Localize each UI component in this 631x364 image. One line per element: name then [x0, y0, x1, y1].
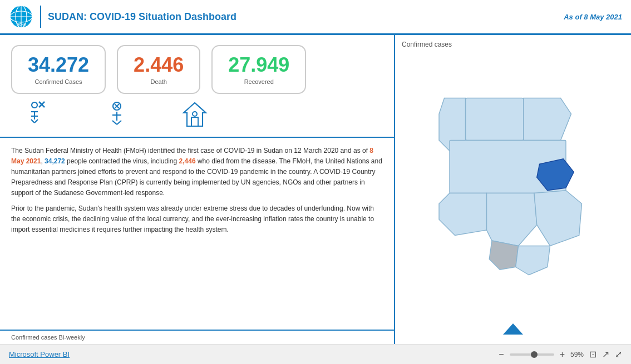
paragraph-1: The Sudan Federal Ministry of Health (FM…: [11, 146, 383, 199]
recovered-label: Recovered: [228, 78, 289, 85]
powerbi-link[interactable]: Microsoft Power BI: [9, 350, 70, 358]
chart-label-text: Confirmed cases Bi-weekly: [11, 334, 85, 341]
confirmed-cases-card: 34.272 Confirmed Cases: [11, 45, 106, 94]
deaths-number: 2.446: [134, 54, 184, 76]
confirmed-cases-number: 34.272: [28, 54, 89, 76]
death-icon-box: [95, 99, 139, 132]
text-content: The Sudan Federal Ministry of Health (FM…: [0, 138, 394, 330]
para1-mid2: people contracted the virus, including: [65, 157, 179, 165]
map-container: [402, 52, 624, 323]
sudan-map: [418, 82, 608, 293]
zoom-slider[interactable]: [510, 353, 554, 356]
recovered-number: 27.949: [228, 54, 289, 76]
header: OCHA SUDAN: COVID-19 Situation Dashboard…: [0, 0, 631, 35]
chevron-up-icon[interactable]: [503, 323, 523, 335]
icons-row: [0, 94, 394, 137]
recovered-person-icon: [179, 99, 210, 131]
right-panel: Confirmed cases: [395, 35, 631, 344]
cases-highlight: 34,272: [45, 157, 65, 165]
svg-text:OCHA: OCHA: [17, 23, 26, 26]
zoom-minus-button[interactable]: −: [499, 350, 504, 360]
footer: Microsoft Power BI − + 59% ⊡ ↗ ⤢: [0, 344, 631, 364]
svg-marker-34: [503, 323, 523, 335]
share-icon[interactable]: ↗: [602, 349, 609, 360]
svg-marker-33: [516, 246, 550, 275]
footer-controls: − + 59% ⊡ ↗ ⤢: [499, 349, 622, 360]
fit-page-icon[interactable]: ⊡: [589, 349, 597, 360]
svg-line-10: [31, 119, 34, 123]
confirmed-icon-box: [17, 99, 61, 132]
svg-marker-30: [487, 193, 537, 246]
zoom-percent: 59%: [570, 351, 584, 358]
svg-line-11: [34, 119, 38, 123]
deaths-card: 2.446 Death: [117, 45, 200, 94]
confirmed-person-icon: [23, 99, 55, 131]
main-content: 34.272 Confirmed Cases 2.446 Death 27.94…: [0, 35, 631, 344]
date-label: As of 8 May 2021: [564, 13, 622, 21]
svg-marker-21: [184, 103, 206, 126]
left-panel: 34.272 Confirmed Cases 2.446 Death 27.94…: [0, 35, 395, 344]
expand-icon[interactable]: ⤢: [615, 349, 622, 360]
svg-marker-32: [489, 241, 518, 270]
app-container: OCHA SUDAN: COVID-19 Situation Dashboard…: [0, 0, 631, 364]
svg-point-6: [32, 102, 37, 108]
recovered-card: 27.949 Recovered: [211, 45, 306, 94]
para1-before: The Sudan Federal Ministry of Health (FM…: [11, 147, 369, 154]
svg-marker-25: [524, 98, 571, 140]
chart-label: Confirmed cases Bi-weekly: [0, 330, 394, 344]
svg-rect-22: [191, 117, 198, 126]
svg-line-20: [117, 121, 121, 124]
map-label: Confirmed cases: [402, 41, 624, 48]
svg-rect-24: [466, 98, 524, 140]
svg-marker-31: [534, 190, 582, 246]
zoom-slider-thumb: [531, 351, 538, 358]
ocha-logo: OCHA: [9, 4, 33, 29]
dashboard-title: SUDAN: COVID-19 Situation Dashboard: [48, 11, 564, 23]
svg-line-19: [112, 121, 117, 124]
deaths-highlight: 2,446: [179, 157, 196, 165]
paragraph-2: Prior to the pandemic, Sudan's health sy…: [11, 203, 383, 236]
zoom-plus-button[interactable]: +: [560, 350, 565, 360]
svg-point-23: [193, 112, 197, 116]
deaths-label: Death: [134, 78, 184, 85]
recovered-icon-box: [172, 99, 217, 132]
death-person-icon: [101, 99, 132, 131]
confirmed-cases-label: Confirmed Cases: [28, 78, 89, 85]
stats-row: 34.272 Confirmed Cases 2.446 Death 27.94…: [0, 35, 394, 94]
header-divider: [40, 6, 41, 28]
svg-marker-29: [439, 193, 487, 235]
